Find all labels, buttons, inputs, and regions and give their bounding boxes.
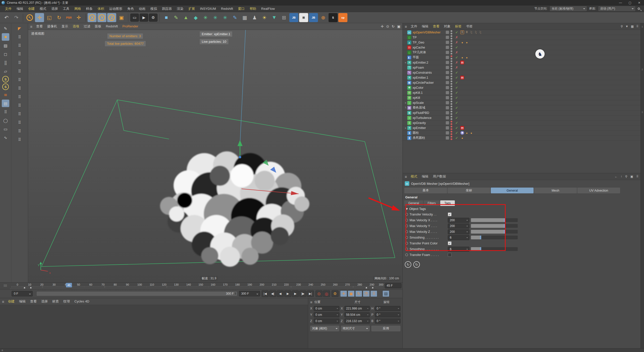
apply-button[interactable]: 应用 — [371, 326, 400, 331]
object-row[interactable]: ▮ 圆柱 ✓ ✖●● — [403, 130, 640, 136]
enable-state-icon[interactable]: ✓ — [455, 86, 460, 90]
layer-chip[interactable] — [446, 86, 449, 89]
snap-toggle[interactable]: S — [2, 76, 9, 82]
object-tag[interactable]: ⢕ — [478, 30, 482, 34]
tool-dots-11[interactable]: ⠿ — [16, 119, 23, 126]
lock-icon[interactable]: ▣ — [630, 175, 633, 178]
model-mode[interactable]: ■ — [2, 33, 9, 41]
visibility-dots[interactable] — [451, 96, 454, 100]
live-selection[interactable]: ↖ — [25, 13, 34, 22]
tool-dots-4[interactable]: ⠿ — [16, 59, 23, 66]
layer-chip[interactable] — [446, 66, 449, 69]
object-name[interactable]: xpGravity — [413, 121, 446, 125]
deformer[interactable]: ▼ — [270, 13, 279, 22]
animation-knob-icon[interactable] — [405, 242, 408, 245]
tool-dots-3[interactable]: ⠿ — [16, 50, 23, 58]
enable-state-icon[interactable]: ✓ — [455, 121, 460, 125]
attribute-subtab[interactable]: Tags — [440, 200, 455, 206]
object-row[interactable]: ▮ 杀死圆柱 ✓ ● — [403, 136, 640, 141]
key-position-toggle[interactable]: ✛ — [340, 290, 347, 297]
parameter-value-field[interactable]: 200 — [448, 229, 469, 234]
qr-plugin[interactable]: ▦ — [299, 13, 308, 22]
object-manager-menu-item[interactable]: 编辑 — [420, 24, 431, 29]
layer-chip[interactable] — [446, 31, 449, 34]
play-button[interactable]: ▶ — [284, 290, 291, 297]
viewport-menu-item[interactable]: 过滤 — [82, 24, 93, 29]
simulation-palette[interactable]: ≋ — [2, 91, 9, 99]
psr-tool[interactable]: PSR — [64, 13, 73, 22]
back-icon[interactable]: ← — [615, 175, 618, 178]
viewport-menu-item[interactable]: 摄像机 — [45, 24, 59, 29]
visibility-dots[interactable] — [451, 50, 454, 55]
layer-chip[interactable] — [446, 121, 449, 124]
object-tags-group[interactable]: ▼ Object Tags — [403, 206, 640, 211]
object-tag[interactable]: ▤ — [460, 61, 464, 64]
enable-state-icon[interactable]: ✓ — [455, 136, 460, 140]
object-list-empty[interactable] — [403, 144, 640, 173]
object-tag[interactable]: ✖ — [460, 131, 464, 135]
add-landscape[interactable]: ▲ — [181, 13, 190, 22]
menu-item[interactable]: 渲染 — [174, 6, 186, 11]
tool-dots-9[interactable]: ⠿ — [16, 102, 23, 109]
globe-plugin[interactable]: ⊕ — [319, 13, 328, 22]
animation-knob-icon[interactable] — [405, 225, 408, 227]
size-mode-select[interactable]: 绝对尺寸 — [341, 326, 370, 331]
array-object[interactable]: ▦ — [240, 13, 249, 22]
parameter-slider[interactable] — [471, 247, 518, 251]
object-manager-menu-icon[interactable]: ≡ — [405, 24, 407, 29]
object-tag[interactable]: ⢕ — [474, 30, 478, 34]
object-row[interactable]: ❖ xpColor ✓ — [403, 85, 640, 90]
goto-start-button[interactable]: |◀ — [262, 290, 269, 297]
tool-dots-7[interactable]: ⠿ — [16, 84, 23, 92]
layer-chip[interactable] — [446, 101, 449, 104]
object-row[interactable]: ▤ xpCache ✓ — [403, 45, 640, 50]
object-row[interactable]: ⊘ xpKill.1 ✓ — [403, 90, 640, 95]
s-plugin[interactable]: S — [329, 13, 338, 22]
material-menu-item[interactable]: Cycles 4D — [72, 299, 92, 304]
pos-x-field[interactable]: 0 cm — [314, 306, 339, 311]
visibility-dots[interactable] — [451, 35, 454, 39]
object-tag[interactable]: ● — [465, 56, 469, 59]
object-name[interactable]: xpFoam — [413, 66, 446, 69]
lock-y-axis[interactable]: Y — [97, 13, 106, 22]
xparticles-emitter[interactable]: ✳ — [211, 13, 220, 22]
visibility-dots[interactable] — [451, 126, 454, 130]
enable-state-icon[interactable]: ✓ — [455, 30, 460, 34]
layer-chip[interactable] — [446, 91, 449, 94]
lock-x-axis[interactable]: X — [88, 13, 97, 22]
next-key-button[interactable]: |▶ — [299, 290, 306, 297]
object-name[interactable]: 着色器域 — [413, 106, 446, 110]
menu-item[interactable]: Redshift — [219, 6, 236, 11]
object-tag[interactable]: ● — [460, 136, 464, 140]
up-icon[interactable]: ↑ — [621, 175, 622, 178]
viewport-menu-icon[interactable]: ≡ — [30, 24, 32, 29]
viewport-menu-item[interactable]: 查看 — [34, 24, 45, 29]
object-row[interactable]: ◧ 平面 ✓ ●● — [403, 55, 640, 60]
object-row[interactable]: + ✳ xpEmitter.2 ✗ ▤ — [403, 60, 640, 65]
timeline-key-marker[interactable] — [30, 287, 32, 289]
enable-state-icon[interactable]: ✓ — [455, 56, 460, 59]
render-to-picture-viewer[interactable]: ▶ — [140, 14, 148, 22]
pos-z-field[interactable]: 0 cm — [314, 319, 339, 324]
rotate-tool[interactable]: ↻ — [55, 13, 64, 22]
enable-state-icon[interactable]: ✓ — [455, 46, 460, 49]
enable-state-icon[interactable]: ✗ — [455, 51, 460, 54]
material-menu-icon[interactable]: ≡ — [2, 299, 4, 304]
grip-icon[interactable]: ⠿ — [636, 175, 638, 178]
pan-view-icon[interactable]: ✛ — [381, 24, 384, 28]
object-row[interactable]: ▲ TP_Geo ✗ ●● — [403, 40, 640, 45]
visibility-dots[interactable] — [451, 70, 454, 75]
preview-range-bar[interactable]: 300 F ‖ — [36, 291, 237, 296]
object-name[interactable]: TP几何体 — [413, 50, 446, 55]
visibility-dots[interactable] — [451, 106, 454, 110]
goto-end-button[interactable]: ▶| — [307, 290, 314, 297]
attribute-menu-item[interactable]: 模式 — [409, 174, 420, 179]
object-row[interactable]: ◈ xpFluidPBD ✓ — [403, 110, 640, 115]
visibility-dots[interactable] — [451, 60, 454, 65]
size-y-field[interactable]: 59.504 cm — [344, 312, 370, 317]
menu-item[interactable]: 选择 — [49, 6, 60, 11]
viewport-canvas[interactable]: 透视视图 Number of emitters: 3 Total live pa… — [28, 30, 403, 282]
maximize-view-icon[interactable]: ▣ — [397, 24, 400, 28]
parameter-checkbox[interactable] — [448, 253, 452, 257]
object-tag[interactable]: ⠿ — [465, 30, 469, 34]
